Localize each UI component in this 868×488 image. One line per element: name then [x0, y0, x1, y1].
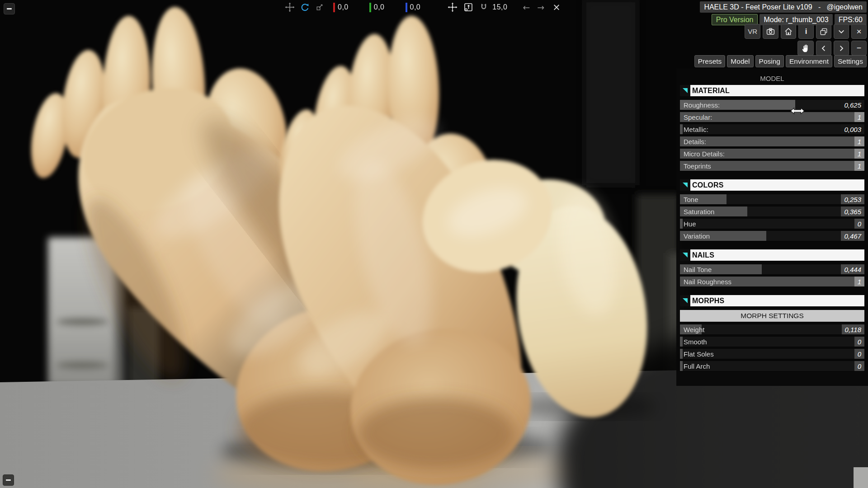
snap-size-value[interactable]: 15,0: [492, 3, 507, 11]
tab-settings[interactable]: Settings: [834, 55, 867, 67]
redo-arrow-icon[interactable]: →: [537, 3, 544, 12]
slider-roughness[interactable]: Roughness:0,625: [680, 100, 864, 110]
minimize-bottom-button[interactable]: [3, 474, 14, 486]
slider-smooth[interactable]: Smooth0: [680, 337, 864, 347]
tab-model[interactable]: Model: [727, 55, 753, 67]
info-icon: i: [805, 27, 807, 36]
slider-label: Tone: [684, 196, 698, 203]
move-gizmo-icon[interactable]: [285, 2, 295, 12]
axis-x-value: 0,0: [338, 3, 349, 11]
section-material: MATERIALRoughness:0,625Specular:1Metalli…: [676, 85, 868, 171]
collapse-button[interactable]: [834, 24, 849, 39]
minimize-toolbar-button[interactable]: [4, 3, 15, 14]
slider-fill: [680, 136, 864, 146]
chevron-down-icon: [837, 28, 845, 36]
slider-label: Flat Soles: [684, 350, 714, 358]
actor-bounds-icon[interactable]: [463, 2, 474, 13]
screenshot-button[interactable]: [763, 24, 778, 39]
slider-variation[interactable]: Variation0,467: [680, 231, 864, 241]
subheader-morph-settings[interactable]: MORPH SETTINGS: [680, 310, 864, 322]
slider-label: Full Arch: [684, 362, 710, 370]
axis-z-field[interactable]: 0,0: [406, 3, 421, 12]
slider-flat-soles[interactable]: Flat Soles0: [680, 349, 864, 359]
snap-magnet-icon[interactable]: [479, 2, 489, 12]
window-controls-row-1: VR i ×: [745, 24, 867, 39]
minimize-panel-button[interactable]: −: [851, 41, 867, 56]
axis-x-field[interactable]: 0,0: [333, 3, 349, 12]
copy-icon: [819, 27, 828, 36]
axis-y-field[interactable]: 0,0: [369, 3, 385, 12]
section-header-morphs[interactable]: MORPHS: [680, 295, 864, 306]
slider-value: 1: [854, 149, 864, 159]
slider-specular[interactable]: Specular:1: [680, 112, 864, 122]
tab-posing[interactable]: Posing: [755, 55, 784, 67]
close-window-button[interactable]: ×: [851, 24, 867, 39]
slider-value: 0,253: [841, 194, 864, 204]
slider-value: 1: [854, 277, 864, 286]
slider-value: 0: [854, 337, 864, 347]
close-icon: ×: [856, 27, 861, 37]
undo-arrow-icon[interactable]: ←: [523, 3, 530, 12]
tab-presets[interactable]: Presets: [694, 55, 726, 67]
axis-x-color-bar: [333, 3, 335, 12]
collapse-arrow-icon: [683, 298, 688, 303]
next-button[interactable]: [834, 41, 849, 56]
slider-hue[interactable]: Hue0: [680, 219, 864, 229]
prev-button[interactable]: [816, 41, 831, 56]
camera-icon: [766, 27, 775, 36]
collapse-triangle-box: [680, 179, 690, 191]
axis-z-value: 0,0: [410, 3, 421, 11]
collapse-triangle-box: [680, 249, 690, 261]
section-title: NAILS: [690, 249, 864, 261]
axis-y-color-bar: [369, 3, 371, 12]
slider-value: 0: [854, 361, 864, 371]
slider-micro-details[interactable]: Micro Details:1: [680, 149, 864, 159]
slider-value: 1: [854, 112, 864, 122]
slider-full-arch[interactable]: Full Arch0: [680, 361, 864, 371]
vr-button[interactable]: VR: [745, 24, 760, 39]
gizmo-toolbar: 0,0 0,0 0,0 15,0 ← → ×: [285, 0, 561, 14]
move-snap-icon[interactable]: [448, 2, 458, 12]
section-colors: COLORSTone0,253Saturation0,365Hue0Variat…: [676, 179, 868, 241]
minus-icon: −: [857, 43, 862, 53]
slider-tone[interactable]: Tone0,253: [680, 194, 864, 204]
slider-weight[interactable]: Weight0,118: [680, 324, 864, 334]
slider-details[interactable]: Details:1: [680, 136, 864, 146]
slider-label: Roughness:: [684, 101, 720, 109]
duplicate-button[interactable]: [816, 24, 831, 39]
tab-environment[interactable]: Environment: [786, 55, 832, 67]
home-icon: [784, 27, 793, 36]
section-header-colors[interactable]: COLORS: [680, 179, 864, 191]
section-header-material[interactable]: MATERIAL: [680, 85, 864, 96]
slider-fill: [680, 337, 683, 347]
grab-hand-button[interactable]: [797, 41, 814, 56]
collapse-arrow-icon: [683, 183, 688, 188]
slider-value: 0,444: [841, 264, 864, 274]
slider-value: 1: [854, 161, 864, 171]
slider-nail-tone[interactable]: Nail Tone0,444: [680, 264, 864, 274]
slider-saturation[interactable]: Saturation0,365: [680, 206, 864, 216]
slider-nail-roughness[interactable]: Nail Roughness1: [680, 277, 864, 286]
slider-fill: [680, 349, 683, 359]
collapse-arrow-icon: [683, 253, 688, 258]
slider-label: Variation: [684, 232, 710, 240]
slider-value: 0,365: [841, 206, 864, 216]
info-button[interactable]: i: [798, 24, 814, 39]
slider-label: Smooth: [684, 338, 707, 346]
collapse-arrow-icon: [683, 88, 688, 93]
collapse-triangle-box: [680, 85, 690, 96]
section-header-nails[interactable]: NAILS: [680, 249, 864, 261]
chevron-right-icon: [838, 45, 845, 52]
slider-value: 0,118: [842, 324, 864, 334]
close-gizmo-icon[interactable]: ×: [552, 3, 561, 12]
scale-gizmo-icon[interactable]: [315, 3, 324, 12]
slider-toeprints[interactable]: Toeprints1: [680, 161, 864, 171]
minus-icon: [6, 479, 11, 481]
slider-label: Hue: [684, 220, 696, 228]
home-button[interactable]: [781, 24, 796, 39]
rotate-gizmo-icon[interactable]: [300, 2, 310, 13]
slider-metallic[interactable]: Metallic:0,003: [680, 124, 864, 134]
hand-icon: [801, 43, 811, 53]
slider-value: 1: [854, 136, 864, 146]
chevron-left-icon: [820, 45, 827, 52]
